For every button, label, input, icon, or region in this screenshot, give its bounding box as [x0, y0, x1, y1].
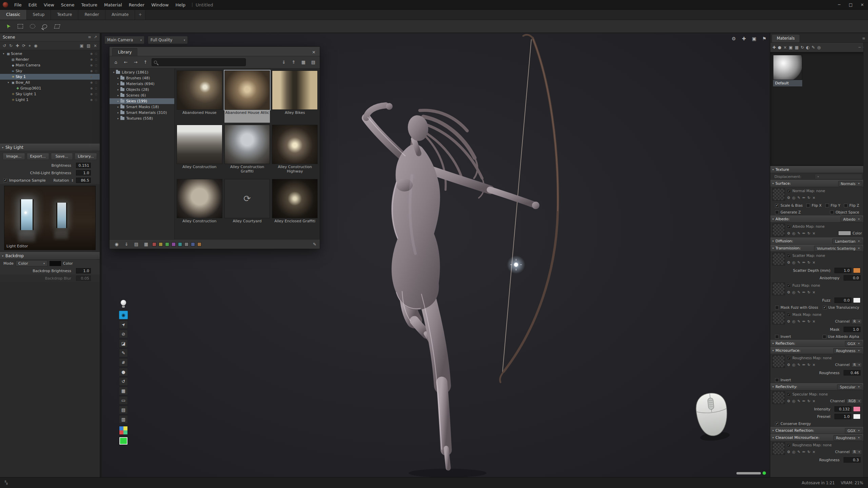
- target-icon[interactable]: ◎: [792, 260, 795, 264]
- horizontal-scrollbar[interactable]: [736, 472, 761, 474]
- pivot-icon[interactable]: ⌖: [28, 43, 31, 48]
- visibility-icon[interactable]: ◉: [34, 43, 37, 48]
- gear-icon[interactable]: ⚙: [787, 260, 790, 264]
- expander-icon[interactable]: ▸: [116, 77, 120, 80]
- option-object-space[interactable]: Object Space: [830, 210, 859, 214]
- library-tab[interactable]: Library: [112, 48, 137, 56]
- clear-icon[interactable]: ×: [812, 290, 815, 294]
- tab-classic[interactable]: Classic: [0, 10, 27, 20]
- lock-icon[interactable]: ●: [90, 93, 93, 96]
- scene-node-sky-light-1[interactable]: ☼Sky Light 1●◻: [0, 91, 100, 97]
- gear-icon[interactable]: ⚙: [787, 399, 790, 403]
- image-button[interactable]: Image...: [3, 153, 25, 160]
- lock-icon[interactable]: ●: [90, 64, 93, 67]
- library-item-alley-enclosed-graffiti[interactable]: Alley Enclosed Graffiti: [272, 179, 318, 231]
- map-enabled-checkbox[interactable]: [787, 313, 791, 317]
- texture-slot[interactable]: [772, 283, 785, 295]
- reload-icon[interactable]: ↻: [807, 290, 810, 294]
- color-swatch[interactable]: [853, 298, 861, 303]
- add-viewport-icon[interactable]: ✚: [741, 36, 747, 41]
- material-library-grid[interactable]: Default: [770, 52, 868, 166]
- clear-icon[interactable]: ×: [812, 450, 815, 454]
- visibility-toggle-icon[interactable]: ◻: [95, 87, 97, 90]
- select-arrow-tool[interactable]: ➤: [3, 22, 13, 31]
- library-item-alley-bikes[interactable]: Alley Bikes: [272, 70, 318, 123]
- gear-icon[interactable]: ⚙: [787, 196, 790, 200]
- tag-color-swatch[interactable]: [159, 242, 163, 246]
- resize-grip[interactable]: ▚: [5, 481, 7, 485]
- menu-edit[interactable]: Edit: [25, 0, 40, 10]
- expander-icon[interactable]: ▸: [116, 88, 120, 91]
- forward-icon[interactable]: →: [132, 59, 139, 66]
- checkbox[interactable]: [775, 306, 779, 309]
- search-icon[interactable]: ◎: [817, 45, 821, 50]
- folder-icon[interactable]: ▣: [789, 45, 793, 50]
- menu-scene[interactable]: Scene: [58, 0, 78, 10]
- tag-color-swatch[interactable]: [191, 242, 195, 246]
- value-input[interactable]: 0.0: [844, 275, 861, 281]
- visibility-toggle-icon[interactable]: ◻: [95, 52, 97, 55]
- checkbox[interactable]: [775, 204, 779, 207]
- backdrop-color-swatch[interactable]: [50, 261, 61, 266]
- paint-icon[interactable]: ✎: [313, 242, 316, 247]
- export-icon[interactable]: ⇑: [290, 59, 297, 66]
- material-section-surface[interactable]: ▾Surface:Normals: [770, 180, 864, 187]
- texture-slot[interactable]: [772, 253, 785, 265]
- importance-sample-checkbox[interactable]: [3, 179, 7, 182]
- preview-icon[interactable]: ◐: [806, 45, 809, 50]
- mode-dropdown[interactable]: GGX: [845, 428, 862, 433]
- value-input[interactable]: 0.0: [834, 298, 851, 303]
- lock-icon[interactable]: ●: [90, 81, 93, 84]
- library-item-alley-construction-highway[interactable]: Alley Construction Highway: [272, 125, 318, 177]
- library-folder-smart-materials-310[interactable]: ▸Smart Materials (310): [110, 110, 174, 116]
- color-swatch[interactable]: [123, 430, 127, 434]
- scene-node-light-1[interactable]: ☼Light 1●◻: [0, 97, 100, 103]
- texture-slot[interactable]: [772, 391, 785, 404]
- refresh-icon[interactable]: ↻: [801, 45, 804, 50]
- option-conserve-energy[interactable]: Conserve Energy: [775, 422, 811, 426]
- map-enabled-checkbox[interactable]: [787, 443, 791, 447]
- expander-icon[interactable]: ▸: [116, 82, 120, 85]
- search-input[interactable]: [152, 58, 246, 66]
- close-icon[interactable]: ×: [856, 0, 868, 10]
- checkbox[interactable]: [806, 204, 810, 207]
- material-section-clearcoat-reflection[interactable]: ▾Clearcoat Reflection:GGX: [770, 427, 864, 434]
- color-swatch[interactable]: [119, 430, 123, 434]
- expander-icon[interactable]: ▸: [116, 111, 120, 114]
- material-item-default[interactable]: Default: [773, 55, 802, 86]
- gear-icon[interactable]: ⚙: [730, 36, 737, 41]
- backdrop-mode-dropdown[interactable]: Color: [16, 260, 47, 266]
- scene-node-group3601[interactable]: ✚Group3601●◻: [0, 85, 100, 91]
- expander-icon[interactable]: ▸: [116, 117, 120, 120]
- material-section-microsurface[interactable]: ▾Microsurface:Roughness: [770, 347, 864, 354]
- trash-icon[interactable]: ▦: [300, 59, 307, 66]
- mode-dropdown[interactable]: [815, 174, 862, 179]
- gear-icon[interactable]: ⚙: [787, 319, 790, 323]
- lock-icon[interactable]: ●: [90, 75, 93, 78]
- list-view-icon[interactable]: ▤: [133, 241, 140, 248]
- channel-dropdown[interactable]: RGB: [846, 399, 862, 404]
- pen-tool[interactable]: ✎: [119, 349, 128, 357]
- pen-icon[interactable]: ✎: [797, 196, 801, 200]
- image-tool[interactable]: ▤: [119, 406, 128, 414]
- dot-brush-tool[interactable]: ●: [119, 368, 128, 376]
- gear-icon[interactable]: ⚙: [787, 363, 790, 367]
- menu-view[interactable]: View: [40, 0, 58, 10]
- pencil-icon[interactable]: ✏: [802, 363, 805, 367]
- panel-options-icon[interactable]: ≡: [862, 36, 865, 41]
- pencil-icon[interactable]: ✏: [802, 196, 805, 200]
- lock-icon[interactable]: ●: [90, 87, 93, 90]
- brightness-input[interactable]: 0.151: [76, 163, 91, 168]
- menu-material[interactable]: Material: [101, 0, 125, 10]
- reload-icon[interactable]: ↻: [807, 231, 810, 235]
- trash-icon[interactable]: ▦: [795, 45, 798, 50]
- color-swatch-grid[interactable]: [119, 426, 128, 435]
- download-icon[interactable]: ⇓: [123, 241, 130, 248]
- mode-dropdown[interactable]: Lambertian: [832, 239, 862, 244]
- pen-icon[interactable]: ✎: [797, 399, 801, 403]
- reload-icon[interactable]: ↻: [807, 399, 810, 403]
- pencil-icon[interactable]: ✏: [802, 319, 805, 323]
- option-flip-z[interactable]: Flip Z: [844, 203, 859, 207]
- expander-icon[interactable]: ▸: [116, 100, 120, 103]
- light-editor-preview[interactable]: Light Editor: [4, 186, 96, 250]
